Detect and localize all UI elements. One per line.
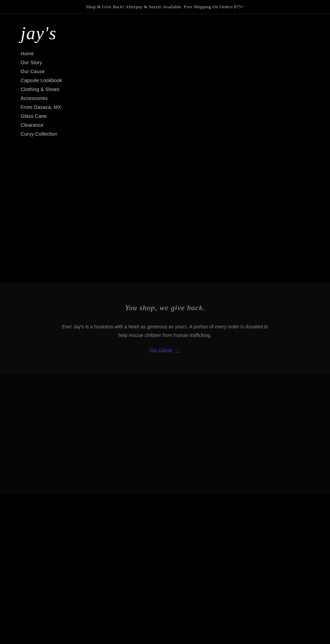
nav-item-clothing-shoes[interactable]: Clothing & Shoes [21, 85, 309, 94]
cause-link[interactable]: Our Cause → [149, 347, 181, 353]
cause-tagline: You shop, we give back. [28, 303, 302, 312]
nav-link-our-story[interactable]: Our Story [21, 60, 42, 65]
nav-item-from-oaxaca[interactable]: From Oaxaca, MX [21, 103, 309, 112]
nav-link-accessories[interactable]: Accessories [21, 95, 48, 101]
nav-list: Home Our Story Our Cause Capsule Lookboo… [21, 49, 309, 138]
nav-link-home[interactable]: Home [21, 51, 34, 56]
cause-link-arrow: → [175, 347, 181, 353]
product-image-area [0, 374, 330, 494]
nav-link-from-oaxaca[interactable]: From Oaxaca, MX [21, 104, 61, 110]
banner-text: Shop & Give Back! Afterpay & Sezzle Avai… [86, 4, 244, 9]
nav-link-capsule-lookbook[interactable]: Capsule Lookbook [21, 78, 62, 83]
logo[interactable]: jay's [21, 24, 309, 42]
header: jay's [0, 14, 330, 46]
main-nav: Home Our Story Our Cause Capsule Lookboo… [0, 46, 330, 145]
secondary-image-area [0, 494, 330, 631]
capsule-section: Be Inspired. Shop Neutral. Essentials Ca… [0, 631, 330, 644]
nav-item-our-cause[interactable]: Our Cause [21, 67, 309, 76]
cause-description: Ever Jay's is a business with a heart as… [62, 323, 268, 340]
nav-item-capsule-lookbook[interactable]: Capsule Lookbook [21, 76, 309, 85]
hero-image-area [0, 145, 330, 283]
nav-link-clothing-shoes[interactable]: Clothing & Shoes [21, 87, 59, 92]
nav-link-clearance[interactable]: Clearance [21, 122, 44, 128]
nav-item-accessories[interactable]: Accessories [21, 94, 309, 103]
nav-item-clearance[interactable]: Clearance [21, 121, 309, 129]
nav-link-curvy-collection[interactable]: Curvy Collection [21, 131, 57, 137]
cause-section: You shop, we give back. Ever Jay's is a … [0, 283, 330, 374]
top-banner: Shop & Give Back! Afterpay & Sezzle Avai… [0, 0, 330, 14]
nav-item-curvy-collection[interactable]: Curvy Collection [21, 129, 309, 138]
nav-item-glass-cane[interactable]: Glass Cane [21, 112, 309, 121]
nav-item-home[interactable]: Home [21, 49, 309, 58]
nav-item-our-story[interactable]: Our Story [21, 58, 309, 67]
nav-link-glass-cane[interactable]: Glass Cane [21, 113, 47, 119]
nav-link-our-cause[interactable]: Our Cause [21, 69, 45, 74]
cause-link-label: Our Cause [149, 347, 172, 352]
